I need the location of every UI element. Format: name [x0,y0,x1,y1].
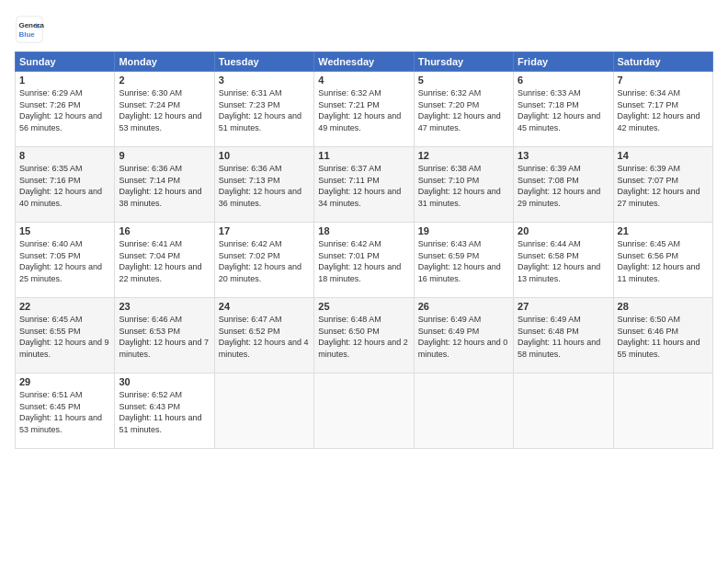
day-number: 29 [19,376,110,387]
calendar-week-row: 29 Sunrise: 6:51 AM Sunset: 6:45 PM Dayl… [16,373,713,449]
cell-info: Sunrise: 6:49 AM Sunset: 6:49 PM Dayligh… [418,314,509,360]
calendar-cell: 23 Sunrise: 6:46 AM Sunset: 6:53 PM Dayl… [115,298,214,373]
calendar-cell: 19 Sunrise: 6:43 AM Sunset: 6:59 PM Dayl… [414,223,513,298]
calendar-cell: 15 Sunrise: 6:40 AM Sunset: 7:05 PM Dayl… [16,223,115,298]
cell-info: Sunrise: 6:50 AM Sunset: 6:46 PM Dayligh… [618,314,709,360]
calendar-cell [414,373,513,449]
day-number: 20 [518,225,609,236]
calendar-cell: 16 Sunrise: 6:41 AM Sunset: 7:04 PM Dayl… [115,223,214,298]
cell-info: Sunrise: 6:42 AM Sunset: 7:02 PM Dayligh… [219,238,310,284]
calendar-cell [314,373,414,449]
calendar-cell: 10 Sunrise: 6:36 AM Sunset: 7:13 PM Dayl… [214,147,313,223]
calendar-cell: 27 Sunrise: 6:49 AM Sunset: 6:48 PM Dayl… [514,298,613,373]
cell-info: Sunrise: 6:35 AM Sunset: 7:16 PM Dayligh… [19,163,110,209]
day-number: 13 [518,150,609,161]
calendar-cell: 26 Sunrise: 6:49 AM Sunset: 6:49 PM Dayl… [414,298,513,373]
page-header: General Blue [15,15,713,44]
weekday-header: Tuesday [214,52,313,72]
cell-info: Sunrise: 6:36 AM Sunset: 7:13 PM Dayligh… [219,163,310,209]
calendar-cell: 3 Sunrise: 6:31 AM Sunset: 7:23 PM Dayli… [214,72,313,147]
cell-info: Sunrise: 6:33 AM Sunset: 7:18 PM Dayligh… [518,87,609,133]
calendar-week-row: 15 Sunrise: 6:40 AM Sunset: 7:05 PM Dayl… [16,223,713,298]
logo: General Blue [15,15,44,44]
calendar-cell: 1 Sunrise: 6:29 AM Sunset: 7:26 PM Dayli… [16,72,115,147]
calendar-cell: 9 Sunrise: 6:36 AM Sunset: 7:14 PM Dayli… [115,147,214,223]
svg-text:General: General [18,21,44,29]
day-number: 2 [119,75,210,86]
day-number: 6 [518,75,609,86]
calendar-cell: 7 Sunrise: 6:34 AM Sunset: 7:17 PM Dayli… [613,72,712,147]
day-number: 30 [119,376,210,387]
calendar-cell: 6 Sunrise: 6:33 AM Sunset: 7:18 PM Dayli… [514,72,613,147]
calendar-table: SundayMondayTuesdayWednesdayThursdayFrid… [15,52,713,449]
day-number: 16 [119,225,210,236]
day-number: 15 [19,225,110,236]
cell-info: Sunrise: 6:42 AM Sunset: 7:01 PM Dayligh… [318,238,409,284]
cell-info: Sunrise: 6:38 AM Sunset: 7:10 PM Dayligh… [418,163,509,209]
day-number: 5 [418,75,509,86]
weekday-header: Monday [115,52,214,72]
cell-info: Sunrise: 6:32 AM Sunset: 7:20 PM Dayligh… [418,87,509,133]
calendar-week-row: 1 Sunrise: 6:29 AM Sunset: 7:26 PM Dayli… [16,72,713,147]
cell-info: Sunrise: 6:47 AM Sunset: 6:52 PM Dayligh… [219,314,310,360]
day-number: 26 [418,301,509,312]
calendar-cell: 13 Sunrise: 6:39 AM Sunset: 7:08 PM Dayl… [514,147,613,223]
cell-info: Sunrise: 6:48 AM Sunset: 6:50 PM Dayligh… [318,314,409,360]
calendar-cell [514,373,613,449]
day-number: 1 [19,75,110,86]
day-number: 25 [318,301,409,312]
calendar-cell: 20 Sunrise: 6:44 AM Sunset: 6:58 PM Dayl… [514,223,613,298]
day-number: 17 [219,225,310,236]
calendar-cell: 14 Sunrise: 6:39 AM Sunset: 7:07 PM Dayl… [613,147,712,223]
calendar-cell: 18 Sunrise: 6:42 AM Sunset: 7:01 PM Dayl… [314,223,414,298]
weekday-header: Friday [514,52,613,72]
calendar-cell: 5 Sunrise: 6:32 AM Sunset: 7:20 PM Dayli… [414,72,513,147]
calendar-cell: 11 Sunrise: 6:37 AM Sunset: 7:11 PM Dayl… [314,147,414,223]
day-number: 3 [219,75,310,86]
cell-info: Sunrise: 6:45 AM Sunset: 6:55 PM Dayligh… [19,314,110,360]
calendar-cell [214,373,313,449]
calendar-cell [613,373,712,449]
day-number: 7 [618,75,709,86]
day-number: 11 [318,150,409,161]
day-number: 28 [618,301,709,312]
calendar-cell: 12 Sunrise: 6:38 AM Sunset: 7:10 PM Dayl… [414,147,513,223]
calendar-week-row: 22 Sunrise: 6:45 AM Sunset: 6:55 PM Dayl… [16,298,713,373]
calendar-header-row: SundayMondayTuesdayWednesdayThursdayFrid… [16,52,713,72]
calendar-cell: 30 Sunrise: 6:52 AM Sunset: 6:43 PM Dayl… [115,373,214,449]
day-number: 10 [219,150,310,161]
day-number: 23 [119,301,210,312]
calendar-week-row: 8 Sunrise: 6:35 AM Sunset: 7:16 PM Dayli… [16,147,713,223]
calendar-cell: 2 Sunrise: 6:30 AM Sunset: 7:24 PM Dayli… [115,72,214,147]
cell-info: Sunrise: 6:29 AM Sunset: 7:26 PM Dayligh… [19,87,110,133]
cell-info: Sunrise: 6:37 AM Sunset: 7:11 PM Dayligh… [318,163,409,209]
day-number: 27 [518,301,609,312]
weekday-header: Saturday [613,52,712,72]
cell-info: Sunrise: 6:40 AM Sunset: 7:05 PM Dayligh… [19,238,110,284]
cell-info: Sunrise: 6:31 AM Sunset: 7:23 PM Dayligh… [219,87,310,133]
cell-info: Sunrise: 6:49 AM Sunset: 6:48 PM Dayligh… [518,314,609,360]
day-number: 24 [219,301,310,312]
cell-info: Sunrise: 6:46 AM Sunset: 6:53 PM Dayligh… [119,314,210,360]
day-number: 19 [418,225,509,236]
day-number: 18 [318,225,409,236]
cell-info: Sunrise: 6:39 AM Sunset: 7:07 PM Dayligh… [618,163,709,209]
calendar-cell: 29 Sunrise: 6:51 AM Sunset: 6:45 PM Dayl… [16,373,115,449]
calendar-cell: 25 Sunrise: 6:48 AM Sunset: 6:50 PM Dayl… [314,298,414,373]
day-number: 8 [19,150,110,161]
calendar-cell: 8 Sunrise: 6:35 AM Sunset: 7:16 PM Dayli… [16,147,115,223]
svg-text:Blue: Blue [18,30,35,39]
day-number: 14 [618,150,709,161]
cell-info: Sunrise: 6:43 AM Sunset: 6:59 PM Dayligh… [418,238,509,284]
calendar-cell: 4 Sunrise: 6:32 AM Sunset: 7:21 PM Dayli… [314,72,414,147]
cell-info: Sunrise: 6:30 AM Sunset: 7:24 PM Dayligh… [119,87,210,133]
cell-info: Sunrise: 6:51 AM Sunset: 6:45 PM Dayligh… [19,389,110,435]
calendar-cell: 22 Sunrise: 6:45 AM Sunset: 6:55 PM Dayl… [16,298,115,373]
cell-info: Sunrise: 6:52 AM Sunset: 6:43 PM Dayligh… [119,389,210,435]
cell-info: Sunrise: 6:44 AM Sunset: 6:58 PM Dayligh… [518,238,609,284]
day-number: 9 [119,150,210,161]
cell-info: Sunrise: 6:32 AM Sunset: 7:21 PM Dayligh… [318,87,409,133]
logo-icon: General Blue [15,15,44,44]
calendar-cell: 28 Sunrise: 6:50 AM Sunset: 6:46 PM Dayl… [613,298,712,373]
cell-info: Sunrise: 6:41 AM Sunset: 7:04 PM Dayligh… [119,238,210,284]
